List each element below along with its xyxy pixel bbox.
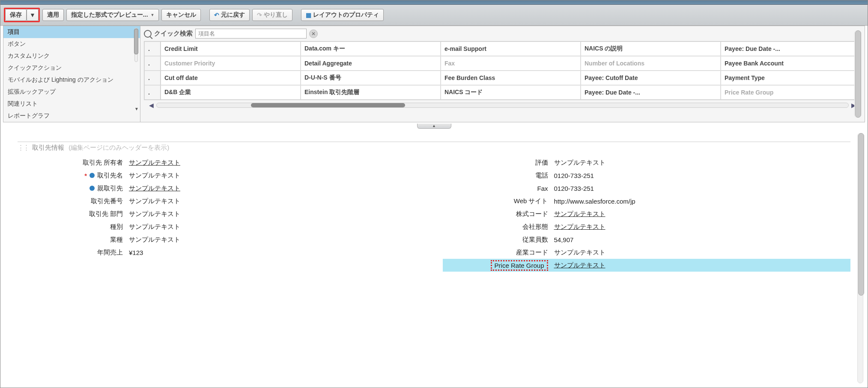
field-label: 取引先 所有者: [18, 159, 129, 167]
hscroll-track[interactable]: [156, 103, 849, 108]
field-value: 0120-733-251: [554, 172, 594, 179]
palette-category-item[interactable]: カスタムリンク: [3, 50, 140, 62]
palette-vscroll-thumb[interactable]: [855, 30, 861, 118]
palette-category-item[interactable]: 項目: [3, 26, 140, 38]
palette-field-item[interactable]: Cut off date: [161, 71, 301, 85]
field-value: サンプルテキスト: [129, 223, 180, 231]
canvas-vscroll-thumb[interactable]: [858, 133, 864, 296]
layout-field-row[interactable]: 取引先 部門サンプルテキスト: [18, 207, 426, 220]
layout-field-row[interactable]: Fax0120-733-251: [443, 182, 851, 195]
palette-field-item[interactable]: Data.com キー: [301, 41, 441, 56]
cancel-button[interactable]: キャンセル: [161, 9, 201, 21]
palette-field-item[interactable]: NAICS コード: [441, 85, 581, 100]
palette-field-item[interactable]: Customer Priority: [161, 56, 301, 71]
palette-category-item[interactable]: レポートグラフ: [3, 110, 140, 122]
palette-field-item[interactable]: Payee Bank Account: [721, 56, 861, 71]
layout-canvas: ⋮⋮ 取引先情報 (編集ページにのみヘッダーを表示) 取引先 所有者サンプルテキ…: [0, 129, 868, 388]
clear-search-button[interactable]: ✕: [309, 30, 318, 38]
section-header-account-info[interactable]: ⋮⋮ 取引先情報 (編集ページにのみヘッダーを表示): [18, 142, 850, 152]
grid-row-stub: .: [144, 85, 161, 100]
palette-field-item[interactable]: Fee Burden Class: [441, 71, 581, 85]
editor-toolbar: 保存 ▼ 適用 指定した形式でプレビュー... キャンセル ↶元に戻す ↷やり直…: [0, 5, 868, 26]
layout-field-row[interactable]: 電話0120-733-251: [443, 169, 851, 182]
palette-category-item[interactable]: 関連リスト: [3, 98, 140, 110]
edit-dot-icon: [89, 173, 95, 178]
layout-field-row[interactable]: *取引先名サンプルテキスト: [18, 169, 426, 182]
palette-vertical-scroll[interactable]: [854, 30, 862, 118]
field-value: 54,907: [554, 236, 574, 243]
palette-field-item[interactable]: Einstein 取引先階層: [301, 85, 441, 100]
layout-field-row[interactable]: 年間売上¥123: [18, 246, 426, 259]
palette-category-item[interactable]: モバイルおよび Lightning のアクション: [3, 74, 140, 86]
edit-dot-icon: [89, 186, 95, 191]
field-value: サンプルテキスト: [554, 261, 606, 270]
window-chrome-top: [0, 0, 868, 5]
palette-field-item[interactable]: e-mail Support: [441, 41, 581, 56]
price-rate-group-marker: Price Rate Group: [491, 260, 548, 271]
palette-field-item[interactable]: Fax: [441, 56, 581, 71]
palette-sidebar: 項目ボタンカスタムリンククイックアクションモバイルおよび Lightning の…: [3, 26, 140, 122]
layout-field-row[interactable]: Web サイトhttp://www.salesforce.com/jp: [443, 195, 851, 207]
save-dropdown-button[interactable]: ▼: [27, 9, 39, 21]
drag-handle-icon[interactable]: ⋮⋮: [18, 144, 29, 151]
layout-field-row[interactable]: 会社形態サンプルテキスト: [443, 220, 851, 233]
palette-category-item[interactable]: クイックアクション: [3, 62, 140, 74]
palette-field-item[interactable]: D&B 企業: [161, 85, 301, 100]
scroll-down-icon[interactable]: ▼: [134, 107, 139, 111]
redo-icon: ↷: [257, 12, 262, 18]
quick-find-label: クイック検索: [154, 30, 193, 38]
field-label: 従業員数: [443, 236, 554, 244]
preview-as-button[interactable]: 指定した形式でプレビュー...: [66, 9, 159, 21]
field-label: 種別: [18, 223, 129, 231]
palette-field-item[interactable]: Detail Aggregate: [301, 56, 441, 71]
palette-field-item[interactable]: Payee: Due Date -...: [721, 41, 861, 56]
palette-field-item[interactable]: Payment Type: [721, 71, 861, 85]
layout-field-row[interactable]: 評価サンプルテキスト: [443, 156, 851, 169]
palette-category-item[interactable]: 拡張ルックアップ: [3, 86, 140, 98]
field-value: サンプルテキスト: [129, 236, 180, 244]
palette-field-item[interactable]: Number of Locations: [581, 56, 721, 71]
layout-field-row[interactable]: 従業員数54,907: [443, 233, 851, 246]
layout-field-row[interactable]: 株式コードサンプルテキスト: [443, 207, 851, 220]
palette-field-item[interactable]: Price Rate Group: [721, 85, 861, 100]
field-label: *取引先名: [18, 172, 129, 180]
layout-properties-button[interactable]: ▦レイアウトのプロパティ: [301, 9, 384, 21]
layout-field-row[interactable]: 産業コードサンプルテキスト: [443, 246, 851, 259]
save-button[interactable]: 保存: [5, 9, 27, 21]
field-column-left: 取引先 所有者サンプルテキスト*取引先名サンプルテキスト親取引先サンプルテキスト…: [18, 156, 426, 272]
layout-field-row[interactable]: 取引先 所有者サンプルテキスト: [18, 156, 426, 169]
field-layout-grid: 取引先 所有者サンプルテキスト*取引先名サンプルテキスト親取引先サンプルテキスト…: [18, 156, 850, 272]
redo-button[interactable]: ↷やり直し: [252, 9, 292, 21]
layout-field-row[interactable]: 業種サンプルテキスト: [18, 233, 426, 246]
sidebar-scroll-thumb[interactable]: [134, 29, 138, 54]
layout-field-row[interactable]: 種別サンプルテキスト: [18, 220, 426, 233]
section-subtitle: (編集ページにのみヘッダーを表示): [69, 144, 169, 151]
properties-icon: ▦: [306, 12, 311, 18]
layout-field-row[interactable]: 親取引先サンプルテキスト: [18, 182, 426, 195]
sidebar-scrollbar[interactable]: ▲ ▼: [133, 28, 139, 62]
palette-field-item[interactable]: NAICS の説明: [581, 41, 721, 56]
field-label: Web サイト: [443, 197, 554, 205]
palette-category-item[interactable]: ボタン: [3, 38, 140, 50]
quick-find-row: クイック検索 ✕: [144, 29, 861, 39]
field-value: サンプルテキスト: [554, 159, 606, 167]
undo-button[interactable]: ↶元に戻す: [209, 9, 250, 21]
layout-field-row[interactable]: 取引先番号サンプルテキスト: [18, 195, 426, 207]
hscroll-left-icon[interactable]: ◀: [146, 102, 156, 109]
field-value: サンプルテキスト: [554, 210, 606, 218]
palette-field-item[interactable]: Payee: Due Date -...: [581, 85, 721, 100]
palette-field-item[interactable]: D-U-N-S 番号: [301, 71, 441, 85]
field-label: 業種: [18, 236, 129, 244]
palette-collapse-handle[interactable]: ▲: [3, 122, 865, 129]
field-value: サンプルテキスト: [129, 184, 180, 193]
canvas-vertical-scroll[interactable]: [857, 133, 865, 383]
hscroll-thumb[interactable]: [251, 103, 405, 107]
layout-field-row[interactable]: Price Rate Groupサンプルテキスト: [443, 259, 851, 272]
quick-find-input[interactable]: [195, 29, 307, 39]
palette-field-item[interactable]: Payee: Cutoff Date: [581, 71, 721, 85]
field-palette: 項目ボタンカスタムリンククイックアクションモバイルおよび Lightning の…: [3, 26, 865, 122]
grid-row-stub: .: [144, 56, 161, 71]
palette-horizontal-scroll: ◀ ▶: [144, 100, 861, 112]
palette-field-item[interactable]: Credit Limit: [161, 41, 301, 56]
apply-button[interactable]: 適用: [42, 9, 64, 21]
